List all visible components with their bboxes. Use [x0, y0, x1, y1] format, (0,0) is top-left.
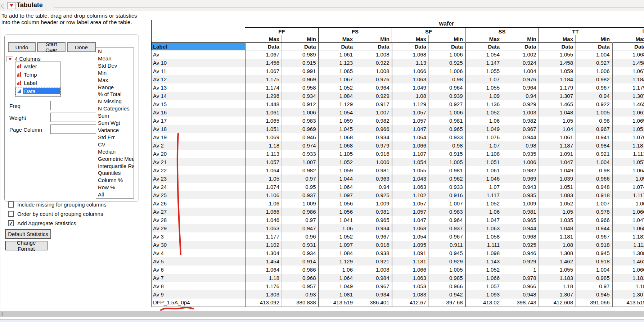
data-column-header[interactable]: Data — [612, 43, 644, 50]
stat-header-min[interactable]: Min — [576, 35, 612, 43]
statistics-item[interactable]: % of Total — [96, 91, 134, 98]
data-column-header[interactable]: Data — [576, 43, 612, 50]
checkbox-unchecked-icon[interactable] — [8, 201, 14, 208]
statistics-item[interactable]: Row % — [96, 184, 134, 191]
stat-header-min[interactable]: Min — [502, 35, 539, 43]
statistics-item[interactable]: N — [96, 48, 134, 55]
cell-value: 1.18 — [612, 282, 644, 290]
data-column-header[interactable]: Data — [355, 43, 392, 50]
statistics-item[interactable]: N Categories — [96, 105, 134, 112]
column-list-item[interactable]: Data — [15, 87, 60, 95]
data-column-header[interactable]: Data — [465, 43, 502, 50]
cell-value: 1.055 — [539, 266, 576, 274]
column-list-item[interactable]: wafer — [15, 62, 60, 71]
checkbox-unchecked-icon[interactable] — [8, 211, 14, 217]
statistics-item[interactable]: Interquartile Range — [96, 163, 134, 170]
stat-header-min[interactable]: Min — [429, 35, 465, 43]
done-button[interactable]: Done — [67, 42, 96, 52]
red-triangle-menu-button[interactable] — [7, 2, 15, 9]
statistics-item[interactable]: Median — [96, 148, 134, 155]
cell-value: 1.183 — [539, 274, 576, 282]
cell-value: 1.06 — [319, 266, 355, 274]
cell-value: 1.052 — [319, 83, 355, 92]
stat-header-max[interactable]: Max — [245, 35, 282, 43]
statistics-item[interactable]: Range — [96, 84, 134, 91]
statistics-item[interactable]: Max — [96, 77, 134, 84]
panel-collapse-icon[interactable] — [0, 3, 5, 11]
stat-header-min[interactable]: Min — [355, 35, 392, 43]
change-format-button[interactable]: Change Format — [5, 241, 48, 250]
horizontal-scrollbar-track[interactable]: ❮ — [0, 311, 644, 317]
start-over-button[interactable]: Start Over — [37, 42, 66, 52]
group-header-clipped[interactable] — [612, 28, 644, 35]
nominal-bars-red-icon — [17, 63, 21, 69]
statistics-item[interactable]: Column % — [96, 177, 134, 184]
red-triangle-icon — [9, 58, 12, 60]
group-header-SF[interactable]: SF — [392, 28, 465, 35]
row-label-header[interactable]: Label — [152, 43, 245, 50]
cell-value: 0.948 — [576, 183, 612, 191]
statistics-item[interactable]: N Missing — [96, 98, 134, 105]
column-list-item[interactable]: Label — [15, 79, 60, 87]
table-row: Av 171.0650.9831.0590.9821.0570.9811.060… — [152, 117, 644, 125]
columns-red-triangle-button[interactable] — [6, 56, 13, 62]
cell-value: 1.063 — [245, 224, 282, 232]
cell-value: 0.946 — [502, 249, 539, 257]
stat-header-max[interactable]: Max — [539, 35, 576, 43]
statistics-item[interactable]: Sum — [96, 112, 134, 119]
stat-header-max[interactable]: Max — [392, 35, 429, 43]
group-header-FF[interactable]: FF — [245, 28, 319, 35]
statistics-item[interactable]: Std Dev — [96, 62, 134, 69]
statistics-item[interactable]: Mean — [96, 55, 134, 62]
data-column-header[interactable]: Data — [502, 43, 539, 50]
stat-header-max[interactable]: Max — [465, 35, 502, 43]
span-column-header[interactable]: wafer — [245, 20, 644, 28]
cell-value: 1.184 — [539, 75, 576, 83]
data-column-header[interactable]: Data — [245, 43, 282, 50]
cell-value: 0.957 — [282, 282, 319, 290]
stat-header-min[interactable]: Min — [282, 35, 319, 43]
cell-value: 0.969 — [502, 174, 539, 183]
column-list-item[interactable]: Temp — [15, 71, 60, 79]
cell-value: 1.304 — [245, 249, 282, 257]
data-column-header[interactable]: Data — [319, 43, 355, 50]
cell-value: 0.921 — [576, 150, 612, 158]
cell-value: 1.091 — [392, 249, 429, 257]
data-column-header[interactable]: Data — [429, 43, 465, 50]
table-row: Av 251.1060.9371.0970.9251.1020.9161.117… — [152, 191, 644, 199]
statistics-item[interactable]: CV — [96, 141, 134, 148]
stat-header-max[interactable]: Max — [319, 35, 355, 43]
cell-value: 1.054 — [319, 108, 355, 117]
window-bottom-scrollbar[interactable] — [0, 319, 644, 322]
stat-header-max[interactable]: Max — [612, 35, 644, 43]
scroll-left-arrow-icon[interactable]: ❮ — [1, 312, 4, 316]
table-row: Av 301.1020.9311.0970.9161.0950.9111.111… — [152, 241, 644, 249]
statistics-item[interactable]: All — [96, 191, 134, 198]
group-header-FS[interactable]: FS — [319, 28, 392, 35]
cell-value: 1.076 — [465, 133, 502, 141]
cell-value: 1.066 — [392, 67, 429, 75]
statistics-item[interactable]: Sum Wgt — [96, 119, 134, 127]
data-column-header[interactable]: Data — [392, 43, 429, 50]
group-header-TT[interactable]: TT — [539, 28, 612, 35]
statistics-item[interactable]: Geometric Mean — [96, 155, 134, 163]
table-row: Av 231.050.971.0440.9631.0430.9621.0460.… — [152, 174, 644, 183]
cell-value: 1.174 — [245, 83, 282, 92]
statistics-item[interactable]: Quantiles — [96, 169, 134, 177]
checkbox-checked-icon[interactable]: ✓ — [8, 220, 14, 226]
data-column-header[interactable]: Data — [282, 43, 319, 50]
option-row: Include missing for grouping columns — [8, 201, 107, 208]
cell-value: 0.94 — [502, 92, 539, 100]
data-column-header[interactable]: Data — [539, 43, 576, 50]
statistics-item[interactable]: Variance — [96, 127, 134, 134]
statistics-item[interactable]: Std Err — [96, 134, 134, 141]
default-statistics-button[interactable]: Default Statistics — [5, 229, 51, 239]
statistics-item[interactable]: Min — [96, 69, 134, 77]
cell-value: 0.964 — [429, 83, 465, 92]
cell-value: 0.981 — [355, 166, 392, 174]
cell-value: 1.046 — [465, 174, 502, 183]
cell-value: 1.05 — [539, 208, 576, 216]
group-header-SS[interactable]: SS — [465, 28, 539, 35]
row-label: Av 17 — [152, 117, 245, 125]
undo-button[interactable]: Undo — [8, 42, 36, 52]
